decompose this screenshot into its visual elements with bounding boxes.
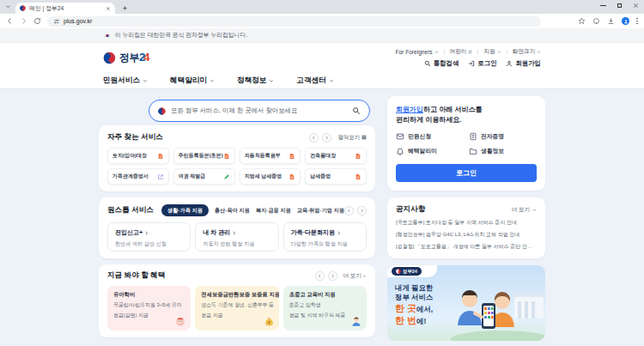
link-for-foreigners[interactable]: For Foreigners — [395, 49, 438, 55]
money-bag-icon — [264, 316, 275, 327]
taegeuk-logo-icon — [103, 52, 116, 64]
feature-e-certificate[interactable]: 전자증명 — [469, 132, 537, 141]
next-button[interactable] — [322, 133, 331, 143]
chevron-down-icon — [269, 78, 274, 83]
tab-life-family[interactable]: 생활·가족 지원 — [161, 204, 209, 216]
promo-banner[interactable]: 정부24 내게 필요한 정부 서비스 한 곳에서, 한 번에! — [387, 265, 545, 341]
prev-button[interactable] — [309, 133, 319, 143]
service-search-bar[interactable]: 모든 정부 서비스, 이제 한 곳에서 찾아보세요 — [149, 100, 370, 122]
reload-button[interactable] — [33, 17, 41, 25]
back-button[interactable] — [6, 17, 14, 25]
integrated-search-button[interactable]: 통합검색 — [424, 59, 459, 68]
side-panel-icon[interactable] — [592, 17, 600, 25]
banner-copy: 내게 필요한 정부 서비스 한 곳에서, 한 번에! — [395, 283, 433, 326]
browser-tab[interactable]: 메인 | 정부24 — [15, 3, 115, 14]
benefit-card-preschool-tuition[interactable]: 유아학비 국공립/사립유치원 3~5세 유아 현금(감면) 지급 — [107, 286, 191, 331]
profile-avatar[interactable] — [622, 17, 629, 25]
main-navigation: 민원서비스 혜택알리미 정책정보 고객센터 — [0, 72, 644, 89]
bookmark-star-icon[interactable] — [578, 17, 586, 25]
download-icon[interactable] — [607, 17, 615, 25]
service-building-register[interactable]: 건축물대장 — [305, 148, 367, 164]
benefit-card-jeonse-guarantee[interactable]: 전세보증금반환보증 보증료 지원 연소득 기준에 청년, 신혼부부 등 현금 지… — [195, 286, 278, 331]
chevron-down-icon — [210, 78, 215, 83]
taegeuk-icon — [396, 269, 401, 274]
window-minimize-button[interactable] — [600, 5, 606, 6]
link-support[interactable]: 지원 — [483, 48, 501, 56]
notice-item[interactable]: [국토교통부] 토지대장 등 일부 지역 서비스 중지 안내 — [396, 219, 537, 227]
gov24-logo[interactable]: 정부24 — [103, 51, 149, 65]
frequent-services-section: 자주 찾는 서비스 펼쳐보기 토지(임야)대장 — [99, 125, 375, 191]
tab-birth-childcare[interactable]: 출산·육아 지원 — [215, 207, 250, 215]
chevron-down-icon — [537, 50, 541, 54]
nav-policy-info[interactable]: 정책정보 — [237, 76, 274, 86]
new-tab-button[interactable] — [122, 5, 128, 11]
signup-link[interactable]: 회원가입 — [506, 59, 541, 68]
bell-icon — [396, 147, 404, 155]
search-icon[interactable] — [352, 106, 361, 115]
nav-civil-services[interactable]: 민원서비스 — [103, 76, 148, 86]
next-button[interactable] — [328, 271, 337, 281]
window-maximize-button[interactable] — [617, 3, 622, 8]
next-button[interactable] — [357, 206, 367, 215]
benefits-title: 지금 봐야 할 혜택 — [107, 270, 165, 281]
prev-button[interactable] — [315, 271, 325, 281]
service-vehicle-register[interactable]: 자동차등록원부 — [240, 148, 301, 164]
feature-life-info[interactable]: 생활정보 — [469, 147, 537, 155]
link-screen-size[interactable]: 화면크기 — [513, 48, 541, 56]
onestop-card-family-multiculture[interactable]: 가족·다문화지원 다양한 가족의 행정 지원 — [283, 222, 367, 252]
notice-item[interactable]: [경찰청] 「도로교통법」 개정에 따른 일부 서비스 중단 안… — [396, 243, 537, 251]
login-link[interactable]: 로그인 — [468, 59, 496, 68]
service-land-register[interactable]: 토지(임야)대장 — [107, 148, 169, 164]
onestop-card-move-in[interactable]: 전입신고+ 한번에 여러 감면 신청 — [107, 222, 191, 252]
search-icon — [424, 60, 431, 67]
login-button[interactable]: 로그인 — [396, 164, 537, 182]
grid-icon — [361, 135, 367, 140]
site-settings-icon[interactable] — [53, 18, 60, 25]
benefits-section: 지금 봐야 할 혜택 더 보기→ 유아학비 국공립/사립유치원 3~5세 유아 … — [99, 264, 375, 337]
service-resident-register[interactable]: 주민등록등본(초본) — [173, 148, 235, 164]
frequent-services-title: 자주 찾는 서비스 — [107, 132, 163, 143]
nav-benefit-alerts[interactable]: 혜택알리미 — [170, 76, 215, 86]
notice-item[interactable]: [행정안전부] 업무망 G4C L3, L4스위치 교체 작업 안내 — [396, 231, 537, 239]
onestop-card-my-car[interactable]: 내 차 관리 자동차 관련 행정 지원 — [195, 222, 278, 252]
site-header: 정부24 For Foreigners 어린이 지원 — [0, 43, 644, 72]
chevron-right-icon — [232, 231, 236, 235]
forward-button[interactable] — [20, 17, 27, 25]
nav-customer-center[interactable]: 고객센터 — [296, 76, 333, 86]
pen-icon — [223, 173, 230, 180]
service-local-tax-certificate[interactable]: 지방세 납세증명 — [240, 168, 301, 185]
feature-civil-application[interactable]: 민원신청 — [396, 132, 464, 141]
tab-welfare-finance[interactable]: 복지·금융 지원 — [256, 207, 291, 215]
prev-button[interactable] — [344, 206, 354, 215]
browser-toolbar: plus.gov.kr — [0, 14, 644, 28]
child-icon — [174, 315, 186, 327]
tab-close-icon[interactable] — [106, 6, 111, 11]
service-family-certificate[interactable]: 가족관계증명서 — [107, 168, 169, 185]
tab-title: 메인 | 정부24 — [29, 4, 102, 13]
onestop-title: 원스톱 서비스 — [107, 205, 154, 215]
external-link-icon — [157, 173, 164, 180]
student-icon — [350, 315, 362, 327]
favicon-taegeuk-icon — [20, 5, 26, 11]
address-bar[interactable]: plus.gov.kr — [47, 16, 541, 27]
banner-illustration — [449, 281, 545, 341]
expand-all-button[interactable]: 펼쳐보기 — [337, 134, 367, 142]
tab-search-chevron-icon[interactable] — [5, 3, 11, 9]
benefit-card-school-education-fee[interactable]: 초중고 교육비 지원 초중고 입학생 현금 및 지역 바우처 제공 — [283, 286, 367, 331]
browser-menu-icon[interactable] — [636, 18, 638, 25]
benefits-more-link[interactable]: 더 보기→ — [343, 272, 367, 280]
signup-inline-link[interactable]: 회원가입 — [396, 106, 423, 113]
login-icon — [468, 60, 475, 67]
chevron-down-icon — [329, 78, 334, 83]
window-close-button[interactable] — [633, 3, 639, 9]
certificate-icon — [469, 132, 477, 141]
service-passport-renewal[interactable]: 여권 재발급 — [173, 168, 235, 185]
notices-more-link[interactable]: 더 보기 → — [512, 206, 537, 214]
mail-icon — [396, 132, 404, 141]
link-children[interactable]: 어린이 — [450, 48, 473, 56]
document-icon — [355, 153, 361, 160]
banner-logo-text: 정부24 — [403, 269, 417, 275]
tab-education-employment[interactable]: 교육·취업·기업 지원 — [297, 207, 344, 215]
service-tax-certificate[interactable]: 납세증명 — [305, 168, 367, 185]
feature-benefit-alerts[interactable]: 혜택알리미 — [396, 147, 464, 155]
